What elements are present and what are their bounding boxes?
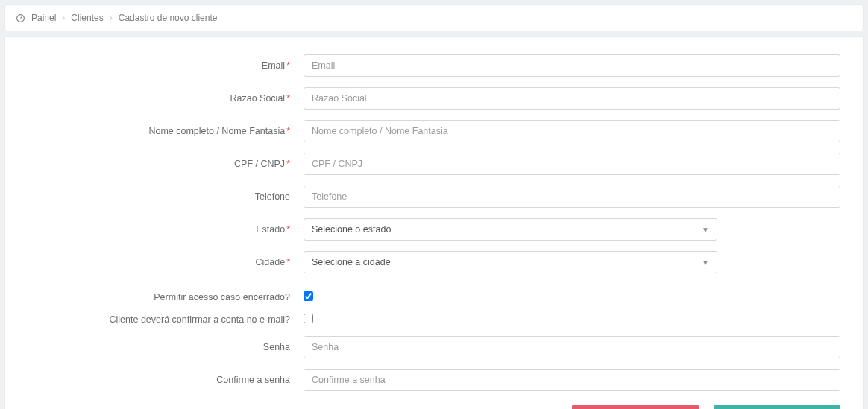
dashboard-icon (16, 13, 25, 23)
razao-social-label: Razão Social* (28, 93, 304, 104)
chevron-right-icon: › (110, 13, 113, 23)
cpf-cnpj-input[interactable] (304, 153, 840, 175)
confirmar-email-checkbox[interactable] (304, 314, 313, 323)
cancel-button[interactable]: CANCELAR (572, 405, 699, 409)
save-button[interactable]: SALVAR (714, 405, 840, 409)
chevron-right-icon: › (62, 13, 65, 23)
confirme-senha-input[interactable] (304, 369, 840, 391)
confirme-senha-label: Confirme a senha (28, 375, 304, 385)
nome-fantasia-input[interactable] (304, 120, 840, 142)
form-panel: Email* Razão Social* Nome completo / Nom… (4, 36, 864, 409)
cidade-select[interactable]: Selecione a cidade ▼ (304, 251, 717, 273)
email-label: Email* (28, 60, 304, 71)
breadcrumb-item-current: Cadastro de novo cliente (119, 13, 218, 23)
telefone-label: Telefone (28, 191, 304, 202)
confirmar-email-label: Cliente deverá confirmar a conta no e-ma… (28, 314, 304, 325)
permitir-acesso-checkbox[interactable] (304, 291, 313, 301)
breadcrumb-item-clientes[interactable]: Clientes (71, 13, 103, 23)
estado-label: Estado* (28, 224, 304, 235)
cpf-cnpj-label: CPF / CNPJ* (28, 159, 304, 169)
caret-down-icon: ▼ (702, 226, 709, 234)
razao-social-input[interactable] (304, 87, 840, 110)
breadcrumb-item-painel[interactable]: Painel (31, 13, 56, 23)
senha-label: Senha (28, 342, 304, 352)
senha-input[interactable] (304, 336, 840, 358)
telefone-input[interactable] (304, 186, 840, 208)
email-input[interactable] (304, 54, 840, 77)
permitir-acesso-label: Permitir acesso caso encerrado? (28, 292, 304, 302)
cidade-label: Cidade* (28, 257, 304, 267)
breadcrumb: Painel › Clientes › Cadastro de novo cli… (4, 4, 864, 31)
nome-fantasia-label: Nome completo / Nome Fantasia* (28, 126, 304, 136)
estado-select[interactable]: Selecione o estado ▼ (304, 218, 717, 241)
caret-down-icon: ▼ (702, 259, 709, 267)
